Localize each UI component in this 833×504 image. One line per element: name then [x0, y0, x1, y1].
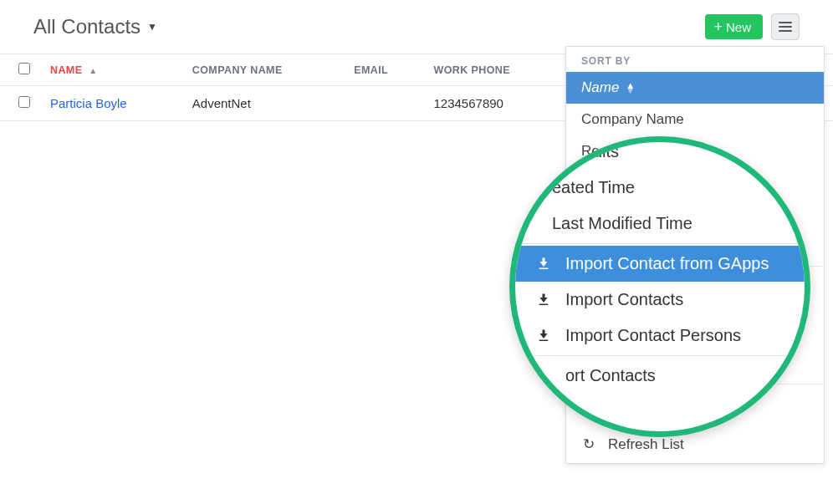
cell-phone: 1234567890 — [423, 86, 565, 121]
hamburger-icon — [779, 26, 792, 28]
magnifier-overlay: d Credits eated Time Last Modified Time … — [509, 136, 810, 437]
mag-export-contacts[interactable]: · ort Contacts — [509, 358, 810, 394]
sort-indicator-icon: ▲▼ — [626, 83, 635, 93]
download-icon — [535, 257, 552, 272]
column-header-company[interactable]: COMPANY NAME — [182, 54, 344, 86]
divider — [509, 355, 810, 356]
sort-asc-icon: ▲ — [89, 66, 97, 75]
column-header-phone[interactable]: WORK PHONE — [423, 54, 565, 86]
mag-import-persons[interactable]: Import Contact Persons — [509, 318, 810, 354]
mag-import-gapps[interactable]: Import Contact from GApps — [509, 246, 810, 282]
divider — [509, 243, 810, 244]
page-title: All Contacts — [33, 15, 141, 38]
header-actions: + New — [705, 13, 800, 40]
new-button[interactable]: + New — [705, 14, 763, 39]
column-header-name[interactable]: NAME ▲ — [40, 54, 182, 86]
download-icon — [535, 328, 552, 344]
cell-email — [344, 86, 423, 121]
mag-import-contacts[interactable]: Import Contacts — [509, 282, 810, 318]
mag-sort-modified[interactable]: Last Modified Time — [509, 206, 810, 242]
cell-company: AdventNet — [182, 86, 344, 121]
sort-option-name[interactable]: Name ▲▼ — [566, 72, 824, 104]
column-header-email[interactable]: EMAIL — [344, 54, 423, 86]
new-button-label: New — [726, 20, 751, 34]
select-all-checkbox[interactable] — [18, 63, 30, 74]
more-menu-button[interactable] — [771, 13, 800, 40]
select-all-header[interactable] — [0, 54, 40, 86]
row-checkbox[interactable] — [18, 96, 30, 108]
caret-down-icon: ▼ — [147, 21, 157, 33]
sort-option-company[interactable]: Company Name — [566, 104, 824, 135]
refresh-icon: ↻ — [581, 435, 596, 453]
contact-name-link[interactable]: Particia Boyle — [50, 96, 127, 110]
sort-by-label: SORT BY — [566, 47, 824, 72]
plus-icon: + — [713, 19, 723, 34]
view-selector[interactable]: All Contacts ▼ — [33, 15, 157, 38]
download-icon — [535, 293, 552, 308]
